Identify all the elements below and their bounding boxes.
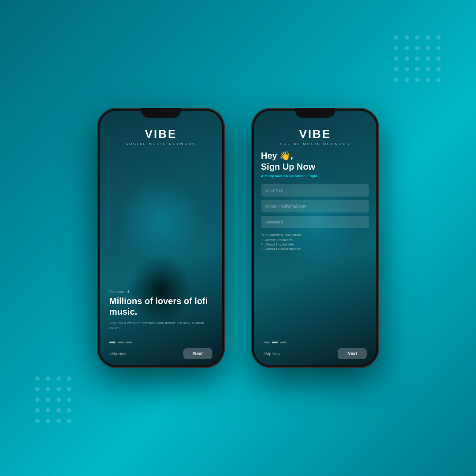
phone-2-bottom-bar: Skip Now Next: [264, 348, 367, 359]
phone-1-skip-button[interactable]: Skip Now: [109, 352, 126, 356]
indicator-dot-6: [280, 342, 286, 343]
indicator-dot-2: [118, 342, 124, 343]
phone-1-content: Get started Millions of lovers of lofi m…: [109, 290, 212, 339]
indicator-dot-5: [272, 342, 278, 343]
rule-1-text: Atleast 7 characters: [265, 238, 293, 242]
phone-1-bottom-bar: Skip Now Next: [109, 348, 212, 359]
phone-1-header: VIBE SOCIAL MUSIC NETWORK: [100, 127, 222, 146]
dots-indicator-2: [264, 342, 286, 343]
password-rules: Your password must contain ✓ Atleast 7 c…: [261, 233, 369, 250]
name-input[interactable]: [261, 184, 369, 197]
phone-2-title: VIBE: [254, 127, 376, 141]
greeting-text: Hey 👋, Sign Up Now: [261, 150, 369, 172]
phone-1: VIBE SOCIAL MUSIC NETWORK Get started Mi…: [97, 108, 225, 368]
check-icon-2: ✓: [261, 242, 264, 246]
phone-1-subtitle: SOCIAL MUSIC NETWORK: [100, 142, 222, 146]
phone-2-next-button[interactable]: Next: [338, 348, 367, 359]
phone-2-skip-button[interactable]: Skip Now: [264, 352, 280, 356]
rule-1: ✓ Atleast 7 characters: [261, 238, 369, 242]
decorative-dots-bl: [35, 376, 71, 423]
phone-1-title: VIBE: [100, 127, 222, 141]
check-icon-1: ✓: [261, 238, 264, 242]
phones-container: VIBE SOCIAL MUSIC NETWORK Get started Mi…: [97, 108, 379, 368]
rule-2-text: Atleast 1 capital letter: [265, 243, 295, 246]
decorative-dots-tr: [394, 35, 441, 82]
phone-2-body: Hey 👋, Sign Up Now Already have an accou…: [261, 150, 369, 253]
phone-1-screen: VIBE SOCIAL MUSIC NETWORK Get started Mi…: [100, 111, 222, 365]
phone-2-header: VIBE SOCIAL MUSIC NETWORK: [254, 127, 376, 146]
rule-2: ✓ Atleast 1 capital letter: [261, 242, 369, 246]
phone-2: VIBE SOCIAL MUSIC NETWORK Hey 👋, Sign Up…: [251, 108, 379, 368]
phone-2-subtitle: SOCIAL MUSIC NETWORK: [254, 142, 376, 146]
hey-label: Hey 👋,: [261, 151, 293, 160]
phone-2-screen: VIBE SOCIAL MUSIC NETWORK Hey 👋, Sign Up…: [254, 111, 376, 365]
dots-indicator-1: [109, 342, 132, 343]
email-input[interactable]: [261, 200, 369, 212]
rule-3-text: Atleast 1 special character: [265, 247, 301, 250]
phone-1-next-button[interactable]: Next: [183, 348, 212, 359]
login-link[interactable]: Login: [308, 174, 317, 178]
already-account-text: Already have an account? / Login: [261, 174, 369, 178]
indicator-dot-1: [109, 342, 115, 343]
glow-blob-1: [117, 177, 205, 265]
indicator-dot-4: [264, 342, 270, 343]
subtext: Step into a world of new music and frien…: [109, 320, 212, 331]
password-input[interactable]: [261, 216, 369, 228]
rule-3: ✓ Atleast 1 special character: [261, 247, 369, 250]
indicator-dot-3: [126, 342, 132, 343]
get-started-label: Get started: [109, 290, 212, 294]
headline: Millions of lovers of lofi music.: [109, 296, 212, 317]
check-icon-3: ✓: [261, 247, 264, 250]
rules-title: Your password must contain: [261, 233, 369, 237]
signup-heading-text: Sign Up Now: [261, 162, 315, 171]
